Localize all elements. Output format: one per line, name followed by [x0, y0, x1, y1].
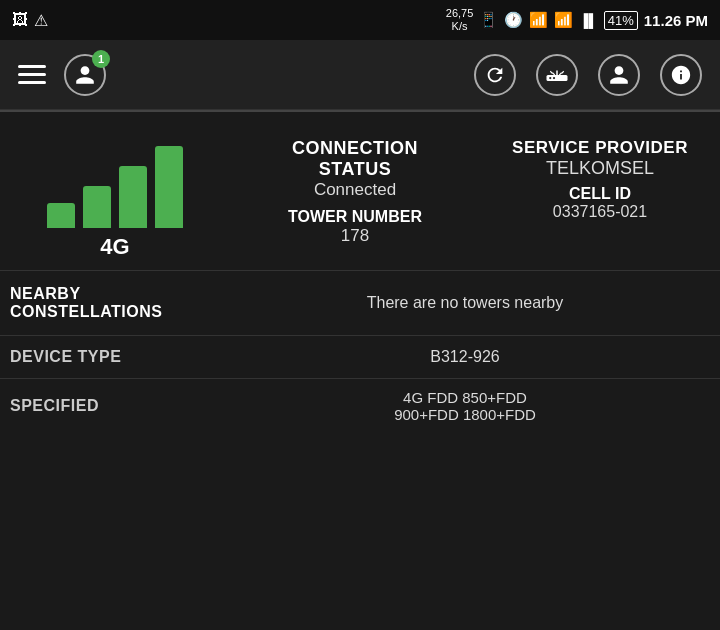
- signal-bar-3: [119, 166, 147, 228]
- connection-status-value: Connected: [230, 180, 480, 200]
- tower-number-title: TOWER NUMBER: [230, 208, 480, 226]
- signal-bar-2: [83, 186, 111, 228]
- signal-bar-1: [47, 203, 75, 228]
- status-bar: 🖼 ⚠ 26,75 K/s 📱 🕐 📶 📶 ▐▌ 41% 11.26 PM: [0, 0, 720, 40]
- connection-section: CONNECTION STATUS Connected TOWER NUMBER…: [220, 138, 490, 246]
- user-profile-button[interactable]: 1: [64, 54, 106, 96]
- svg-point-2: [553, 76, 555, 78]
- refresh-icon: [484, 64, 506, 86]
- device-type-value: B312-926: [220, 348, 710, 366]
- speed-indicator: 26,75 K/s: [446, 7, 474, 33]
- router-icon: [545, 66, 569, 84]
- svg-line-7: [562, 71, 564, 73]
- wifi-icon: 📶: [529, 11, 548, 29]
- status-right: 26,75 K/s 📱 🕐 📶 📶 ▐▌ 41% 11.26 PM: [446, 7, 708, 33]
- time-display: 11.26 PM: [644, 12, 708, 29]
- connection-status-title: CONNECTION STATUS: [230, 138, 480, 180]
- nearby-value: There are no towers nearby: [220, 294, 710, 312]
- signal-icon2: ▐▌: [579, 13, 597, 28]
- battery-level: 41%: [604, 11, 638, 30]
- network-type-label: 4G: [100, 234, 129, 260]
- hamburger-menu[interactable]: [18, 65, 46, 84]
- svg-line-6: [550, 71, 552, 73]
- specified-value: 4G FDD 850+FDD 900+FDD 1800+FDD: [220, 389, 710, 423]
- battery-icon: 📱: [479, 11, 498, 29]
- service-provider-section: SERVICE PROVIDER TELKOMSEL CELL ID 03371…: [490, 138, 710, 221]
- person-icon: [74, 64, 96, 86]
- device-type-label: DEVICE TYPE: [10, 348, 220, 366]
- nav-right: [474, 54, 702, 96]
- nav-bar: 1: [0, 40, 720, 110]
- service-provider-title: SERVICE PROVIDER: [496, 138, 704, 158]
- specified-row: SPECIFIED 4G FDD 850+FDD 900+FDD 1800+FD…: [0, 379, 720, 429]
- image-icon: 🖼: [12, 11, 28, 29]
- info-row: 4G CONNECTION STATUS Connected TOWER NUM…: [0, 122, 720, 271]
- cell-id-value: 0337165-021: [496, 203, 704, 221]
- account-icon: [608, 64, 630, 86]
- signal-section: 4G: [10, 138, 220, 260]
- specified-label: SPECIFIED: [10, 397, 220, 415]
- main-content: 4G CONNECTION STATUS Connected TOWER NUM…: [0, 112, 720, 429]
- info-button[interactable]: [660, 54, 702, 96]
- device-type-row: DEVICE TYPE B312-926: [0, 336, 720, 379]
- notification-badge: 1: [92, 50, 110, 68]
- signal-bar-4: [155, 146, 183, 228]
- nearby-row: NEARBY CONSTELLATIONS There are no tower…: [0, 271, 720, 336]
- warning-icon: ⚠: [34, 11, 48, 30]
- info-icon: [670, 64, 692, 86]
- svg-point-1: [549, 76, 551, 78]
- clock-icon: 🕐: [504, 11, 523, 29]
- router-button[interactable]: [536, 54, 578, 96]
- refresh-button[interactable]: [474, 54, 516, 96]
- nearby-label: NEARBY CONSTELLATIONS: [10, 285, 220, 321]
- status-left: 🖼 ⚠: [12, 11, 48, 30]
- signal-icon1: 📶: [554, 11, 573, 29]
- cell-id-title: CELL ID: [496, 185, 704, 203]
- service-provider-value: TELKOMSEL: [496, 158, 704, 179]
- signal-bars: [47, 138, 183, 228]
- hamburger-line3: [18, 81, 46, 84]
- hamburger-line2: [18, 73, 46, 76]
- account-button[interactable]: [598, 54, 640, 96]
- hamburger-line1: [18, 65, 46, 68]
- nav-left: 1: [18, 54, 106, 96]
- tower-number-value: 178: [230, 226, 480, 246]
